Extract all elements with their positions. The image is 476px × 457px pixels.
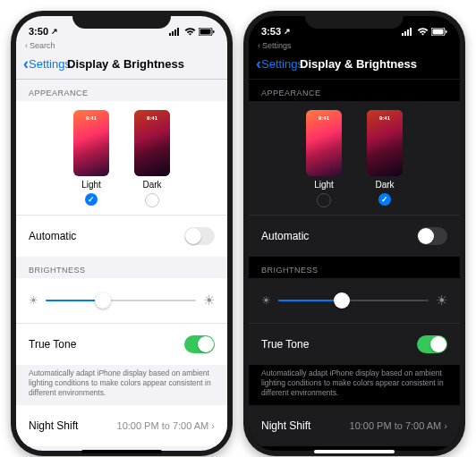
svg-rect-5 bbox=[200, 29, 211, 34]
phone-light: 3:50 ↗ ‹ Search ‹ Settings Display & Bri… bbox=[11, 11, 233, 456]
breadcrumb-label: Settings bbox=[262, 41, 292, 50]
svg-rect-7 bbox=[402, 33, 404, 36]
chevron-left-icon: ‹ bbox=[25, 41, 28, 50]
svg-rect-1 bbox=[172, 31, 174, 36]
truetone-row: True Tone bbox=[249, 323, 460, 365]
svg-rect-12 bbox=[433, 29, 444, 34]
light-preview-thumb bbox=[73, 110, 109, 176]
svg-rect-10 bbox=[410, 28, 412, 36]
battery-icon bbox=[431, 28, 447, 36]
appearance-group: Light Dark Automatic bbox=[249, 101, 460, 257]
appearance-option-light[interactable]: Light bbox=[306, 110, 342, 207]
page-title: Display & Brightness bbox=[264, 57, 453, 71]
brightness-group: ☀︎ ☀︎ True Tone bbox=[249, 278, 460, 365]
brightness-group: ☀︎ ☀︎ True Tone bbox=[16, 278, 227, 365]
nightshift-group: Night Shift 10:00 PM to 7:00 AM › bbox=[249, 405, 460, 446]
nav-bar: ‹ Settings Display & Brightness bbox=[16, 52, 227, 80]
slider-track bbox=[278, 300, 429, 301]
status-time: 3:50 bbox=[29, 26, 48, 37]
appearance-option-dark[interactable]: Dark bbox=[367, 110, 403, 207]
radio-unchecked-icon bbox=[317, 193, 331, 207]
chevron-right-icon: › bbox=[211, 420, 215, 431]
nightshift-row[interactable]: Night Shift 10:00 PM to 7:00 AM › bbox=[249, 405, 460, 446]
notch bbox=[72, 11, 171, 29]
notch bbox=[305, 11, 404, 29]
svg-rect-9 bbox=[407, 30, 409, 36]
brightness-slider[interactable]: ☀︎ ☀︎ bbox=[16, 278, 227, 323]
radio-checked-icon bbox=[85, 193, 98, 206]
truetone-label: True Tone bbox=[29, 338, 76, 351]
appearance-header: APPEARANCE bbox=[16, 80, 227, 101]
appearance-option-dark[interactable]: Dark bbox=[134, 110, 170, 207]
brightness-slider[interactable]: ☀︎ ☀︎ bbox=[249, 278, 460, 323]
truetone-footnote: Automatically adapt iPhone display based… bbox=[249, 365, 460, 405]
appearance-header: APPEARANCE bbox=[249, 80, 460, 101]
screen: 3:53 ↗ ‹ Settings ‹ Settings Display & B… bbox=[249, 16, 460, 451]
phone-dark: 3:53 ↗ ‹ Settings ‹ Settings Display & B… bbox=[243, 11, 465, 456]
status-time: 3:53 bbox=[261, 26, 281, 37]
truetone-switch[interactable] bbox=[417, 335, 447, 353]
home-indicator[interactable] bbox=[314, 450, 395, 453]
breadcrumb[interactable]: ‹ Search bbox=[16, 41, 227, 52]
automatic-label: Automatic bbox=[29, 230, 76, 242]
dark-label: Dark bbox=[375, 180, 394, 190]
automatic-switch[interactable] bbox=[184, 227, 215, 245]
light-preview-thumb bbox=[306, 110, 342, 176]
nightshift-group: Night Shift 10:00 PM to 7:00 AM › bbox=[16, 405, 227, 446]
home-indicator[interactable] bbox=[81, 450, 162, 453]
chevron-right-icon: › bbox=[444, 420, 447, 431]
sun-max-icon: ☀︎ bbox=[203, 292, 215, 309]
nightshift-value: 10:00 PM to 7:00 AM bbox=[350, 420, 442, 431]
screen: 3:50 ↗ ‹ Search ‹ Settings Display & Bri… bbox=[16, 16, 227, 451]
location-arrow-icon: ↗ bbox=[284, 27, 291, 36]
cellular-icon bbox=[169, 28, 182, 36]
radio-checked-icon bbox=[378, 193, 391, 206]
truetone-label: True Tone bbox=[261, 338, 309, 351]
nightshift-row[interactable]: Night Shift 10:00 PM to 7:00 AM › bbox=[16, 405, 227, 446]
automatic-row: Automatic bbox=[249, 215, 460, 257]
automatic-label: Automatic bbox=[261, 230, 309, 242]
radio-unchecked-icon bbox=[145, 193, 159, 207]
nav-bar: ‹ Settings Display & Brightness bbox=[249, 52, 460, 80]
chevron-left-icon: ‹ bbox=[258, 41, 260, 50]
sun-max-icon: ☀︎ bbox=[436, 292, 447, 309]
truetone-footnote: Automatically adapt iPhone display based… bbox=[16, 365, 227, 405]
dark-preview-thumb bbox=[367, 110, 403, 176]
svg-rect-3 bbox=[177, 28, 179, 36]
battery-icon bbox=[199, 28, 215, 36]
appearance-group: Light Dark Automatic bbox=[16, 101, 227, 257]
nightshift-value: 10:00 PM to 7:00 AM bbox=[117, 420, 209, 431]
appearance-previews: Light Dark bbox=[249, 101, 460, 215]
nightshift-label: Night Shift bbox=[261, 419, 310, 432]
automatic-switch[interactable] bbox=[417, 227, 447, 245]
appearance-previews: Light Dark bbox=[16, 101, 227, 215]
page-title: Display & Brightness bbox=[31, 57, 220, 71]
appearance-option-light[interactable]: Light bbox=[73, 110, 109, 207]
brightness-header: BRIGHTNESS bbox=[16, 257, 227, 278]
breadcrumb-label: Search bbox=[30, 41, 55, 50]
light-label: Light bbox=[81, 180, 101, 190]
light-label: Light bbox=[314, 180, 334, 190]
dark-preview-thumb bbox=[134, 110, 170, 176]
slider-track bbox=[46, 300, 196, 301]
sun-min-icon: ☀︎ bbox=[261, 294, 271, 307]
wifi-icon bbox=[417, 28, 429, 36]
truetone-row: True Tone bbox=[16, 323, 227, 365]
automatic-row: Automatic bbox=[16, 215, 227, 257]
wifi-icon bbox=[184, 28, 196, 36]
brightness-header: BRIGHTNESS bbox=[249, 257, 460, 278]
sun-min-icon: ☀︎ bbox=[29, 294, 38, 307]
breadcrumb[interactable]: ‹ Settings bbox=[249, 41, 460, 52]
nightshift-label: Night Shift bbox=[29, 419, 78, 432]
svg-rect-2 bbox=[174, 30, 176, 36]
svg-rect-6 bbox=[213, 30, 215, 33]
svg-rect-13 bbox=[446, 30, 447, 33]
cellular-icon bbox=[402, 28, 414, 36]
location-arrow-icon: ↗ bbox=[51, 27, 58, 36]
truetone-switch[interactable] bbox=[184, 335, 215, 353]
dark-label: Dark bbox=[142, 180, 161, 190]
svg-rect-0 bbox=[169, 33, 171, 36]
svg-rect-8 bbox=[404, 31, 406, 36]
